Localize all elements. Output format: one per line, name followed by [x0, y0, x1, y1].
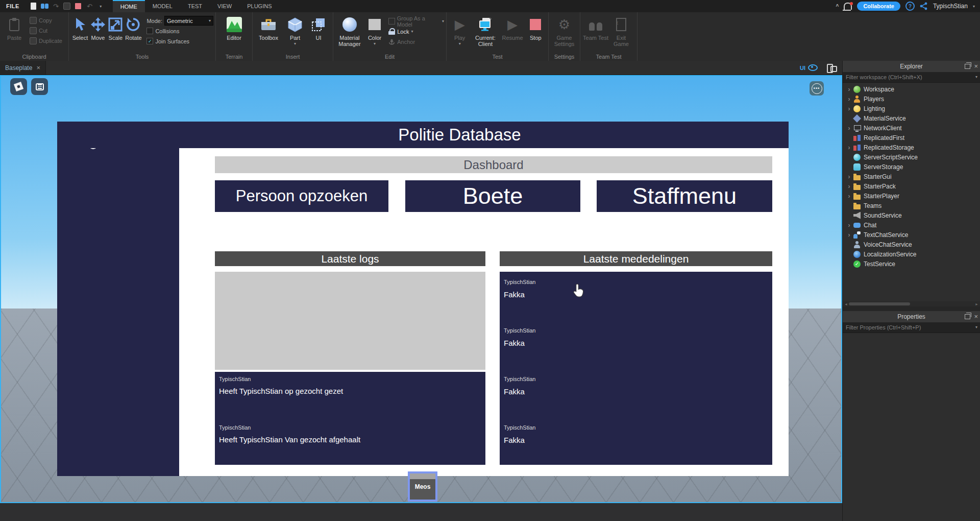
resume-label: Resume	[502, 35, 523, 41]
expand-chevron-icon[interactable]: ›	[846, 96, 852, 103]
properties-filter-caret-icon[interactable]: ▾	[975, 325, 977, 329]
explorer-item-starterplayer[interactable]: ›StarterPlayer	[843, 191, 980, 201]
file-menu[interactable]: FILE	[0, 0, 26, 12]
color-caret-icon[interactable]: ▾	[374, 41, 376, 47]
toolbox-button[interactable]: Toolbox	[255, 15, 282, 42]
quick-access-caret-icon[interactable]: ▾	[97, 3, 105, 10]
explorer-item-chat[interactable]: ›Chat	[843, 220, 980, 230]
mode-dropdown[interactable]: Geometric▾	[164, 16, 213, 26]
ui-button[interactable]: UI	[308, 15, 329, 42]
tab-view[interactable]: VIEW	[210, 0, 239, 12]
logs-empty-area	[215, 272, 485, 370]
scale-tool-button[interactable]: Scale	[107, 15, 124, 42]
expand-chevron-icon[interactable]: ›	[846, 231, 852, 239]
expand-chevron-icon[interactable]: ›	[846, 105, 852, 112]
float-panel-icon[interactable]	[965, 314, 970, 319]
collaborate-button[interactable]: Collaborate	[857, 2, 900, 11]
explorer-item-voicechatservice[interactable]: ›VoiceChatService	[843, 240, 980, 249]
game-menu-ellipsis-button[interactable]: •••	[810, 81, 824, 96]
explorer-item-localizationservice[interactable]: ›LocalizationService	[843, 249, 980, 259]
explorer-item-teams[interactable]: ›Teams	[843, 201, 980, 210]
tab-model[interactable]: MODEL	[145, 0, 180, 12]
select-tool-button[interactable]: Select	[71, 15, 89, 42]
material-manager-button[interactable]: Material Manager	[335, 15, 364, 48]
new-file-icon[interactable]	[30, 3, 37, 10]
explorer-item-serverscriptservice[interactable]: ›ServerScriptService	[843, 152, 980, 162]
collapse-ribbon-icon[interactable]: ^	[836, 4, 839, 9]
collisions-checkbox[interactable]	[146, 28, 153, 34]
explorer-item-replicatedfirst[interactable]: ›ReplicatedFirst	[843, 133, 980, 143]
chat-toggle-button[interactable]	[31, 78, 48, 95]
roblox-menu-button[interactable]	[10, 78, 27, 95]
explorer-item-soundservice[interactable]: ›SoundService	[843, 210, 980, 220]
device-emulation-icon[interactable]	[827, 64, 837, 72]
baseplate-tab[interactable]: Baseplate ×	[0, 61, 46, 75]
collisions-row[interactable]: Collisions	[146, 27, 213, 35]
expand-chevron-icon[interactable]: ›	[846, 86, 852, 93]
expand-chevron-icon[interactable]: ›	[846, 144, 852, 151]
expand-chevron-icon[interactable]: ›	[846, 193, 852, 200]
help-icon[interactable]: ?	[905, 2, 915, 11]
part-caret-icon[interactable]: ▾	[294, 41, 296, 47]
join-surfaces-row[interactable]: ✓ Join Surfaces	[146, 37, 213, 45]
explorer-item-lighting[interactable]: ›Lighting	[843, 104, 980, 113]
explorer-item-starterpack[interactable]: ›StarterPack	[843, 181, 980, 191]
rotate-tool-button[interactable]: Rotate	[125, 15, 143, 42]
explorer-item-startergui[interactable]: ›StarterGui	[843, 172, 980, 181]
scroll-right-icon[interactable]: ►	[975, 302, 978, 306]
expand-chevron-icon[interactable]: ›	[846, 183, 852, 190]
explorer-item-players[interactable]: ›Players	[843, 94, 980, 104]
move-tool-button[interactable]: Move	[89, 15, 107, 42]
explorer-item-testservice[interactable]: ›✓TestService	[843, 259, 980, 269]
lock-button[interactable]: Lock ▾	[388, 27, 444, 36]
paste-label: Paste	[7, 35, 21, 41]
properties-filter-input[interactable]	[843, 322, 980, 333]
persoon-opzoeken-button[interactable]: Persoon opzoeken	[215, 180, 388, 212]
explorer-item-workspace[interactable]: ›Workspace	[843, 84, 980, 94]
float-panel-icon[interactable]	[965, 64, 970, 69]
stop-quick-icon[interactable]	[75, 3, 82, 10]
paste-icon	[8, 16, 20, 33]
close-tab-icon[interactable]: ×	[36, 64, 40, 72]
terrain-editor-button[interactable]: Editor	[221, 15, 248, 42]
part-cube-icon	[287, 16, 303, 33]
game-viewport[interactable]: ••• P LITIE Politie Database Dashboard P…	[0, 75, 842, 503]
ui-visibility-toggle[interactable]: UI	[800, 64, 818, 71]
join-surfaces-checkbox[interactable]: ✓	[146, 38, 153, 44]
tab-test[interactable]: TEST	[180, 0, 210, 12]
close-explorer-icon[interactable]: ×	[974, 63, 978, 69]
scrollbar-thumb[interactable]	[849, 302, 910, 305]
explorer-item-materialservice[interactable]: ›MaterialService	[843, 113, 980, 123]
stop-button[interactable]: Stop	[525, 15, 546, 42]
explorer-item-textchatservice[interactable]: ›TextChatService	[843, 230, 980, 240]
tab-home[interactable]: HOME	[113, 0, 145, 12]
explorer-item-serverstorage[interactable]: ›ServerStorage	[843, 162, 980, 172]
part-button[interactable]: Part ▾	[282, 15, 308, 48]
explorer-horizontal-scrollbar[interactable]: ◄ ►	[843, 301, 980, 306]
color-button[interactable]: Color ▾	[364, 15, 385, 48]
expand-chevron-icon[interactable]: ›	[846, 222, 852, 229]
tab-plugins[interactable]: PLUGINS	[239, 0, 279, 12]
scroll-left-icon[interactable]: ◄	[844, 302, 848, 306]
explorer-item-replicatedstorage[interactable]: ›ReplicatedStorage	[843, 143, 980, 152]
terrain-group-label: Terrain	[216, 54, 252, 60]
share-icon[interactable]	[920, 2, 928, 10]
expand-chevron-icon[interactable]: ›	[846, 125, 852, 132]
explorer-item-networkclient[interactable]: ›NetworkClient	[843, 123, 980, 133]
current-client-button[interactable]: Current: Client	[471, 15, 500, 48]
notifications-bell-icon[interactable]	[844, 3, 852, 10]
lock-caret-icon[interactable]: ▾	[411, 29, 413, 34]
meos-button[interactable]: Meos	[408, 471, 437, 502]
explorer-filter-caret-icon[interactable]: ▾	[975, 75, 977, 79]
username-label[interactable]: TypischStian	[933, 3, 968, 10]
play-button: ▶ Play ▾	[449, 15, 471, 48]
staffmenu-button[interactable]: Staffmenu	[597, 180, 772, 212]
edit-group-label: Edit	[333, 54, 446, 60]
explorer-filter-input[interactable]	[843, 72, 980, 82]
expand-chevron-icon[interactable]: ›	[846, 173, 852, 180]
open-search-icon[interactable]	[41, 3, 48, 10]
boete-button[interactable]: Boete	[405, 180, 580, 212]
mededeling-entry: TypischStian Fakka	[504, 376, 768, 396]
close-properties-icon[interactable]: ×	[974, 314, 978, 320]
user-caret-icon[interactable]: ▾	[973, 4, 975, 9]
